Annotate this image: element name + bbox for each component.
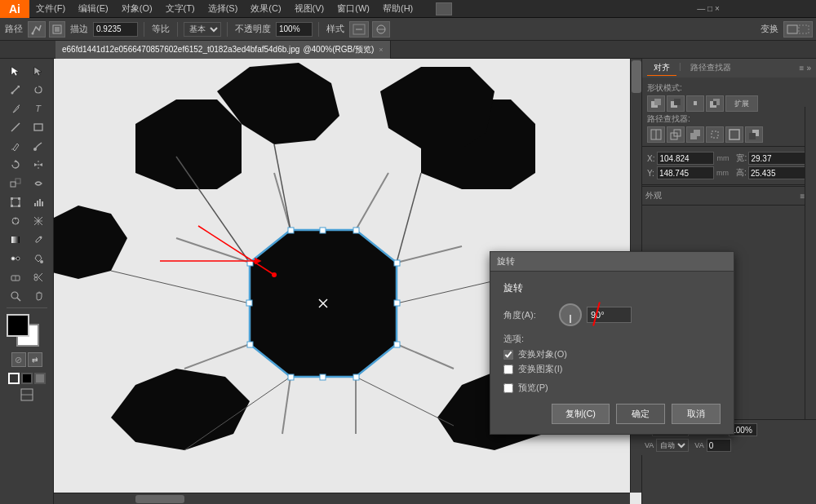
type-tool[interactable]: T (27, 99, 49, 117)
svg-rect-22 (11, 205, 13, 207)
tab-close-btn[interactable]: × (379, 46, 383, 54)
right-panel-scrollbar[interactable] (805, 107, 816, 445)
transform-object-row: 变换对象(O) (503, 348, 721, 360)
x-input[interactable] (657, 152, 714, 165)
normal-view-btn[interactable] (8, 373, 20, 384)
panel-menu-btn[interactable]: ≡ (800, 64, 805, 73)
full-view-btn[interactable] (21, 373, 33, 384)
angle-dial[interactable] (559, 303, 582, 326)
mesh-tool[interactable] (27, 212, 49, 230)
tab-align[interactable]: 对齐 (647, 60, 676, 76)
rotate-tool[interactable] (4, 156, 26, 174)
x-unit: mm (716, 154, 729, 162)
kerning-select[interactable]: 自动 (656, 439, 689, 452)
scissors-tool[interactable] (27, 268, 49, 286)
menu-object[interactable]: 对象(O) (115, 0, 159, 17)
direct-select-tool[interactable] (27, 62, 49, 80)
line-tool[interactable] (4, 118, 26, 136)
svg-rect-89 (320, 228, 326, 233)
pencil-tool[interactable] (4, 137, 26, 155)
menu-effect[interactable]: 效果(C) (244, 0, 287, 17)
lasso-tool[interactable] (27, 81, 49, 99)
svg-line-12 (11, 123, 20, 131)
path-label: 路径 (3, 23, 24, 35)
basic-select[interactable]: 基本 (184, 22, 221, 37)
height-input[interactable] (748, 166, 805, 179)
preview-checkbox[interactable] (503, 383, 513, 393)
cancel-btn[interactable]: 取消 (672, 404, 721, 424)
minus-front-btn[interactable] (667, 95, 685, 112)
hand-tool[interactable] (27, 287, 49, 305)
document-tab[interactable]: e66fd1441d12e0566470857602ef6152_t0182a3… (55, 41, 391, 59)
zoom-tool[interactable] (4, 287, 26, 305)
warp-tool[interactable] (27, 175, 49, 192)
transform-btn[interactable] (783, 21, 813, 38)
minus-back-btn[interactable] (745, 126, 763, 143)
path-tool-btn[interactable] (28, 21, 46, 38)
transform-object-checkbox[interactable] (503, 350, 513, 360)
ai-logo: Ai (0, 0, 29, 18)
dialog-options: 选项: 变换对象(O) 变换图案(I) (503, 333, 721, 375)
divide-btn[interactable] (647, 126, 665, 143)
column-graph-tool[interactable] (27, 193, 49, 211)
rect-tool[interactable] (27, 118, 49, 136)
menu-text[interactable]: 文字(T) (159, 0, 202, 17)
scale-tool[interactable] (4, 175, 26, 192)
canvas-hscrollbar[interactable] (54, 493, 630, 504)
ok-btn[interactable]: 确定 (616, 404, 665, 424)
tab-mode: RGB/预览 (335, 44, 370, 55)
eraser-tool[interactable] (4, 268, 26, 286)
reflect-tool[interactable] (27, 156, 49, 174)
gradient-tool[interactable] (4, 231, 26, 249)
tracking-value-input[interactable] (707, 439, 731, 452)
style-btn[interactable] (349, 21, 369, 38)
unite-btn[interactable] (647, 95, 665, 112)
color-btn[interactable] (372, 21, 390, 38)
exclude-btn[interactable] (706, 95, 724, 112)
menu-view[interactable]: 视图(V) (288, 0, 331, 17)
blend-tool[interactable] (4, 250, 26, 267)
expand-shape-btn[interactable]: 扩展 (725, 95, 758, 112)
free-transform-tool[interactable] (4, 193, 26, 211)
outline-btn[interactable] (725, 126, 743, 143)
divider-1 (144, 22, 144, 37)
panel-expand-btn[interactable]: » (806, 64, 811, 73)
transform-pattern-checkbox[interactable] (503, 365, 513, 374)
intersect-btn[interactable] (686, 95, 704, 112)
crop-btn[interactable] (706, 126, 724, 143)
selection-tool[interactable] (4, 62, 26, 80)
trim-btn[interactable] (667, 126, 685, 143)
y-row: Y: mm 高: mm (647, 166, 811, 179)
eyedropper-tool[interactable] (27, 231, 49, 249)
view-mode-btns (8, 373, 46, 384)
merge-btn[interactable] (686, 126, 704, 143)
menu-help[interactable]: 帮助(H) (376, 0, 419, 17)
paint-bucket-tool[interactable] (27, 250, 49, 267)
menu-window[interactable]: 窗口(W) (330, 0, 376, 17)
copy-btn[interactable]: 复制(C) (552, 404, 610, 424)
svg-rect-27 (42, 201, 43, 206)
tab-pathfinder[interactable]: 路径查找器 (684, 60, 738, 76)
rotate-tools-row (4, 156, 49, 174)
menu-file[interactable]: 文件(F) (29, 0, 72, 17)
opacity-input[interactable] (276, 22, 313, 37)
y-unit: mm (716, 169, 729, 177)
height-label: 高: (736, 167, 746, 179)
svg-point-31 (17, 222, 19, 223)
none-fill-btn[interactable]: ⊘ (11, 352, 26, 367)
width-input[interactable] (748, 152, 805, 165)
pen-tool[interactable] (4, 99, 26, 117)
menu-select[interactable]: 选择(S) (202, 0, 245, 17)
fg-color-swatch[interactable] (7, 314, 29, 337)
stroke-input[interactable] (93, 22, 138, 37)
brush-tool[interactable] (27, 137, 49, 155)
fill-icon[interactable] (49, 21, 65, 38)
menu-edit[interactable]: 编辑(E) (72, 0, 115, 17)
symbol-tool[interactable] (4, 212, 26, 230)
magic-wand-tool[interactable] (4, 81, 26, 99)
y-input[interactable] (657, 166, 714, 179)
svg-point-37 (39, 237, 42, 239)
change-screen-btn[interactable] (20, 388, 33, 403)
swap-colors-btn[interactable]: ⇄ (28, 352, 42, 367)
full-view-btn2[interactable] (34, 373, 46, 384)
